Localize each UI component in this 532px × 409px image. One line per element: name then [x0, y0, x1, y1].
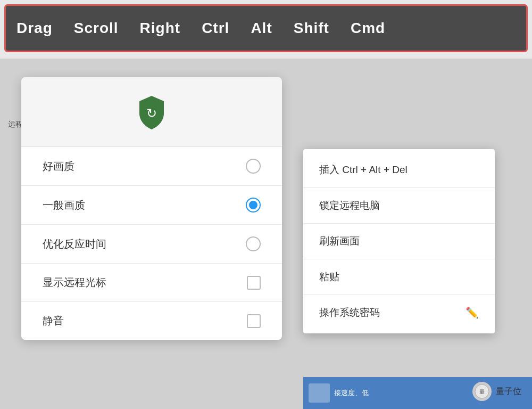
context-item-refresh-screen[interactable]: 刷新画面	[303, 225, 495, 258]
context-item-paste[interactable]: 粘贴	[303, 260, 495, 293]
toolbar-scroll[interactable]: Scroll	[74, 20, 119, 37]
settings-panel: ↻ 好画质 一般画质 优化反应时间 显示远程光标 静音	[21, 77, 282, 340]
context-item-lock-remote[interactable]: 锁定远程电脑	[303, 189, 495, 222]
watermark-logo: 量	[472, 382, 492, 401]
shield-icon: ↻	[133, 93, 170, 130]
toolbar-alt[interactable]: Alt	[251, 20, 272, 37]
panel-header: ↻	[21, 77, 282, 147]
bottom-box	[309, 383, 330, 403]
bottom-info-text: 接速度、低	[334, 388, 369, 398]
toolbar-cmd[interactable]: Cmd	[351, 20, 385, 37]
toolbar: Drag Scroll Right Ctrl Alt Shift Cmd	[4, 4, 528, 52]
context-label-lock-remote: 锁定远程电脑	[319, 199, 380, 212]
toolbar-shift[interactable]: Shift	[294, 20, 329, 37]
menu-label-optimize-response: 优化反应时间	[43, 237, 106, 251]
svg-text:↻: ↻	[146, 106, 157, 120]
radio-normal-quality[interactable]	[246, 198, 261, 212]
checkbox-show-cursor[interactable]	[247, 276, 261, 290]
menu-item-optimize-response[interactable]: 优化反应时间	[21, 225, 282, 264]
context-divider-2	[303, 223, 495, 224]
radio-optimize-response[interactable]	[246, 236, 261, 251]
context-label-os-password: 操作系统密码	[319, 306, 380, 320]
context-label-paste: 粘贴	[319, 270, 339, 284]
watermark: 量 量子位	[472, 382, 521, 401]
menu-item-normal-quality[interactable]: 一般画质	[21, 186, 282, 225]
menu-label-show-cursor: 显示远程光标	[43, 275, 106, 290]
menu-item-mute[interactable]: 静音	[21, 302, 282, 340]
checkbox-mute[interactable]	[247, 314, 261, 328]
menu-item-good-quality[interactable]: 好画质	[21, 147, 282, 186]
menu-label-good-quality: 好画质	[43, 159, 74, 174]
context-item-insert-cad[interactable]: 插入 Ctrl + Alt + Del	[303, 153, 495, 186]
menu-item-show-cursor[interactable]: 显示远程光标	[21, 264, 282, 302]
context-divider-4	[303, 295, 495, 295]
context-menu: 插入 Ctrl + Alt + Del 锁定远程电脑 刷新画面 粘贴 操作系统密…	[303, 149, 495, 333]
menu-label-mute: 静音	[43, 314, 64, 328]
context-divider-3	[303, 259, 495, 259]
svg-text:量: 量	[479, 389, 485, 395]
context-item-os-password[interactable]: 操作系统密码 ✏️	[303, 296, 495, 329]
context-label-refresh-screen: 刷新画面	[319, 234, 360, 248]
edit-icon: ✏️	[466, 306, 479, 319]
context-label-insert-cad: 插入 Ctrl + Alt + Del	[319, 163, 408, 177]
radio-good-quality[interactable]	[246, 159, 261, 174]
toolbar-right[interactable]: Right	[140, 20, 181, 37]
context-divider-1	[303, 187, 495, 188]
toolbar-ctrl[interactable]: Ctrl	[202, 20, 229, 37]
toolbar-drag[interactable]: Drag	[16, 20, 53, 37]
menu-label-normal-quality: 一般画质	[43, 198, 85, 212]
watermark-label: 量子位	[496, 386, 521, 397]
